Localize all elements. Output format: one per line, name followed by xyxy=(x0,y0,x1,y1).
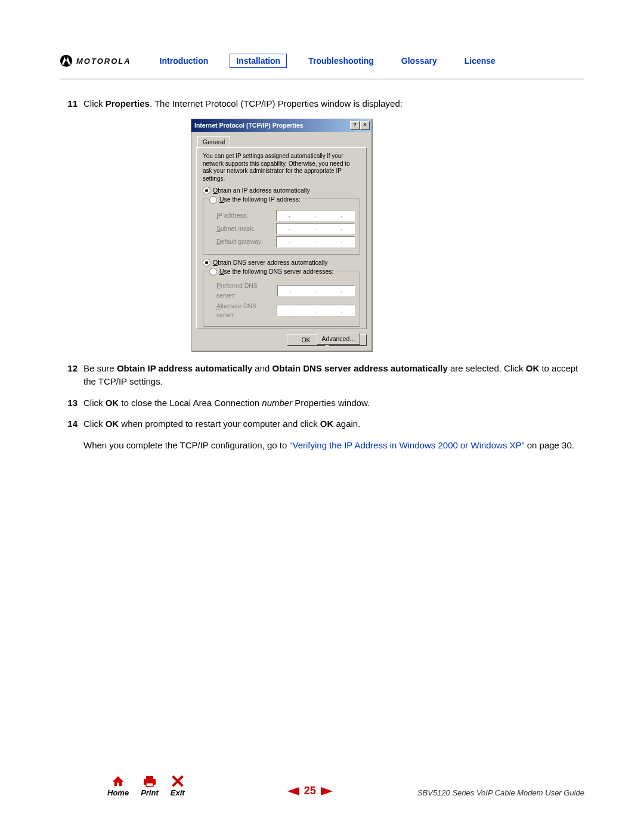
label-ip-address: IP address: xyxy=(208,211,248,220)
final-paragraph: When you complete the TCP/IP configurati… xyxy=(83,439,584,452)
label-subnet-mask: Subnet mask: xyxy=(208,224,255,233)
svg-rect-2 xyxy=(146,776,153,779)
page-number: 25 xyxy=(304,785,316,797)
svg-rect-3 xyxy=(146,783,153,786)
input-subnet-mask[interactable]: ... xyxy=(276,223,355,234)
radio-icon xyxy=(209,268,217,275)
page-paginator: 25 xyxy=(287,785,333,797)
nav-installation[interactable]: Installation xyxy=(230,54,287,68)
radio-icon xyxy=(203,259,210,267)
step-14: 14 Click OK when prompted to restart you… xyxy=(60,417,584,431)
print-button[interactable]: Print xyxy=(141,775,159,797)
step-11: 11 Click Properties. The Internet Protoc… xyxy=(60,97,584,110)
step-number: 14 xyxy=(60,417,83,431)
dialog-titlebar: Internet Protocol (TCP/IP) Properties ? … xyxy=(191,119,371,132)
print-icon xyxy=(143,775,157,787)
close-button[interactable]: × xyxy=(360,121,370,130)
step-text: Be sure Obtain IP address automatically … xyxy=(83,362,584,388)
page-footer: Home Print Exit 25 SBV5120 Series VoIP C… xyxy=(60,775,584,797)
label-default-gateway: Default gateway: xyxy=(208,237,263,246)
guide-title: SBV5120 Series VoIP Cable Modem User Gui… xyxy=(417,788,584,797)
step-text: Click Properties. The Internet Protocol … xyxy=(83,97,584,110)
step-number: 12 xyxy=(60,362,83,388)
step-text: Click OK to close the Local Area Connect… xyxy=(83,397,584,410)
step-text: Click OK when prompted to restart your c… xyxy=(83,417,584,431)
main-content: 11 Click Properties. The Internet Protoc… xyxy=(60,97,584,452)
radio-icon xyxy=(203,187,210,194)
nav-glossary[interactable]: Glossary xyxy=(395,54,443,67)
dialog-info-text: You can get IP settings assigned automat… xyxy=(203,153,360,182)
tab-general[interactable]: General xyxy=(197,136,230,148)
advanced-button[interactable]: Advanced... xyxy=(317,333,360,345)
brand-text: MOTOROLA xyxy=(76,57,131,66)
motorola-logo-icon xyxy=(60,54,73,67)
radio-icon xyxy=(209,196,217,204)
step-12: 12 Be sure Obtain IP address automatical… xyxy=(60,362,584,388)
home-button[interactable]: Home xyxy=(107,775,129,797)
group-use-dns: Use the following DNS server addresses: … xyxy=(203,271,360,327)
page-header: MOTOROLA Introduction Installation Troub… xyxy=(60,54,584,79)
radio-use-following-dns[interactable]: Use the following DNS server addresses: xyxy=(208,267,335,276)
input-preferred-dns[interactable]: ... xyxy=(277,285,355,296)
label-alternate-dns: Alternate DNS server: xyxy=(208,302,277,320)
exit-icon xyxy=(172,775,184,787)
nav-license[interactable]: License xyxy=(459,54,501,67)
nav-troubleshooting[interactable]: Troubleshooting xyxy=(302,54,380,67)
home-icon xyxy=(112,775,125,787)
label-preferred-dns: Preferred DNS server: xyxy=(208,281,277,299)
nav-introduction[interactable]: Introduction xyxy=(154,54,215,67)
link-verify-ip[interactable]: “Verifying the IP Address in Windows 200… xyxy=(289,440,524,450)
next-page-icon[interactable] xyxy=(321,787,333,795)
prev-page-icon[interactable] xyxy=(287,787,299,795)
radio-obtain-dns-auto[interactable]: Obtain DNS server address automatically xyxy=(203,258,360,267)
exit-button[interactable]: Exit xyxy=(171,775,185,797)
brand-logo: MOTOROLA xyxy=(60,54,131,67)
step-number: 13 xyxy=(60,397,83,410)
help-button[interactable]: ? xyxy=(350,121,360,130)
step-13: 13 Click OK to close the Local Area Conn… xyxy=(60,397,584,410)
dialog-title: Internet Protocol (TCP/IP) Properties xyxy=(194,121,304,130)
input-ip-address[interactable]: ... xyxy=(276,210,355,221)
input-default-gateway[interactable]: ... xyxy=(276,236,355,247)
radio-use-following-ip[interactable]: Use the following IP address: xyxy=(208,195,302,204)
tcpip-dialog-screenshot: Internet Protocol (TCP/IP) Properties ? … xyxy=(191,119,584,351)
input-alternate-dns[interactable]: ... xyxy=(277,305,355,316)
step-number: 11 xyxy=(60,97,83,110)
radio-obtain-ip-auto[interactable]: Obtain an IP address automatically xyxy=(203,186,360,195)
group-use-ip: Use the following IP address: IP address… xyxy=(203,199,360,254)
